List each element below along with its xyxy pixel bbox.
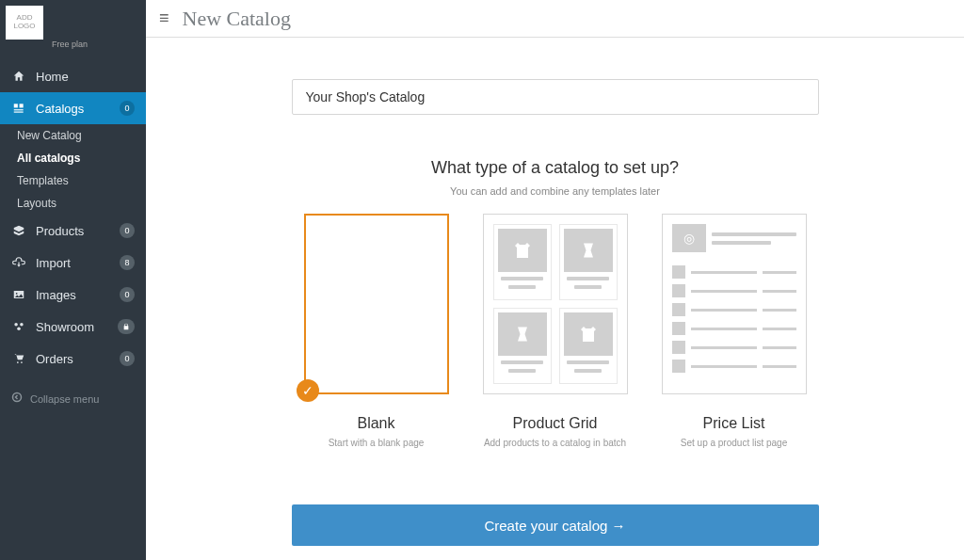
sidebar-item-label: Orders [36,352,120,366]
sidebar-item-showroom[interactable]: Showroom [0,311,146,343]
badge: 0 [120,223,135,238]
catalogs-icon [11,101,26,116]
orders-icon [11,351,26,366]
svg-point-6 [14,323,18,327]
svg-point-11 [13,393,22,402]
template-blank[interactable]: ✓ Blank Start with a blank page [304,214,449,448]
template-desc: Start with a blank page [304,438,449,448]
sidebar-item-products[interactable]: Products 0 [0,215,146,247]
svg-point-7 [20,323,24,327]
template-title: Product Grid [483,415,628,432]
template-product-grid[interactable]: ✓ Product Grid Add products to a catalog… [483,214,628,448]
sidebar-item-import[interactable]: Import 8 [0,247,146,279]
sidebar-sub-layouts[interactable]: Layouts [17,192,146,215]
nav: Home Catalogs 0 New Catalog All catalogs… [0,60,146,375]
svg-rect-0 [14,104,18,107]
create-catalog-button[interactable]: Create your catalog → [292,504,819,546]
collapse-label: Collapse menu [30,393,99,405]
sidebar-sub-new-catalog[interactable]: New Catalog [17,124,146,147]
badge: 0 [120,287,135,302]
home-icon [11,69,26,84]
question-sub: You can add and combine any templates la… [146,185,964,197]
plan-label: Free plan [52,40,88,49]
template-desc: Add products to a catalog in batch [483,438,628,448]
sidebar-item-label: Showroom [36,320,118,334]
question-heading: What type of a catalog to set up? [146,158,964,178]
sidebar-item-images[interactable]: Images 0 [0,279,146,311]
badge: 8 [120,255,135,270]
sidebar-item-label: Products [36,224,120,238]
showroom-icon [11,319,26,334]
sidebar-item-label: Catalogs [36,102,120,116]
topbar: ≡ New Catalog [146,0,964,38]
template-preview-grid: ✓ [483,214,628,394]
svg-point-5 [16,293,18,295]
svg-point-10 [21,361,23,363]
catalog-name-input[interactable] [292,79,819,115]
sidebar-item-catalogs[interactable]: Catalogs 0 [0,92,146,124]
collapse-icon [11,392,23,406]
template-preview-price-list: ◎ ✓ [662,214,807,394]
images-icon [11,287,26,302]
svg-rect-2 [14,109,24,110]
page-title: New Catalog [183,7,291,31]
badge: 0 [120,351,135,366]
check-icon: ✓ [297,379,319,402]
svg-point-9 [17,361,19,363]
collapse-menu[interactable]: Collapse menu [0,392,146,406]
template-options: ✓ Blank Start with a blank page ✓ Produc… [146,214,964,448]
lock-icon [118,319,135,334]
sidebar-item-label: Import [36,256,120,270]
template-preview-blank: ✓ [304,214,449,394]
template-desc: Set up a product list page [662,438,807,448]
add-logo-box[interactable]: ADD LOGO [6,6,43,40]
menu-icon[interactable]: ≡ [159,8,169,28]
sidebar-sub-templates[interactable]: Templates [17,169,146,192]
template-title: Blank [304,415,449,432]
sidebar-item-label: Images [36,288,120,302]
template-price-list[interactable]: ◎ ✓ Price List Set up a product list pag… [662,214,807,448]
import-icon [11,255,26,270]
sidebar-sub-all-catalogs[interactable]: All catalogs [17,147,146,169]
sidebar-sub-catalogs: New Catalog All catalogs Templates Layou… [0,124,146,215]
sidebar-item-label: Home [36,70,135,84]
badge: 0 [120,101,135,116]
sidebar: ADD LOGO Free plan Home Catalogs 0 New C… [0,0,146,560]
sidebar-item-home[interactable]: Home [0,60,146,92]
sidebar-item-orders[interactable]: Orders 0 [0,343,146,375]
svg-rect-1 [20,104,24,107]
template-title: Price List [662,415,807,432]
main: What type of a catalog to set up? You ca… [146,38,964,560]
products-icon [11,223,26,238]
svg-rect-3 [14,112,24,113]
svg-point-8 [17,328,21,331]
